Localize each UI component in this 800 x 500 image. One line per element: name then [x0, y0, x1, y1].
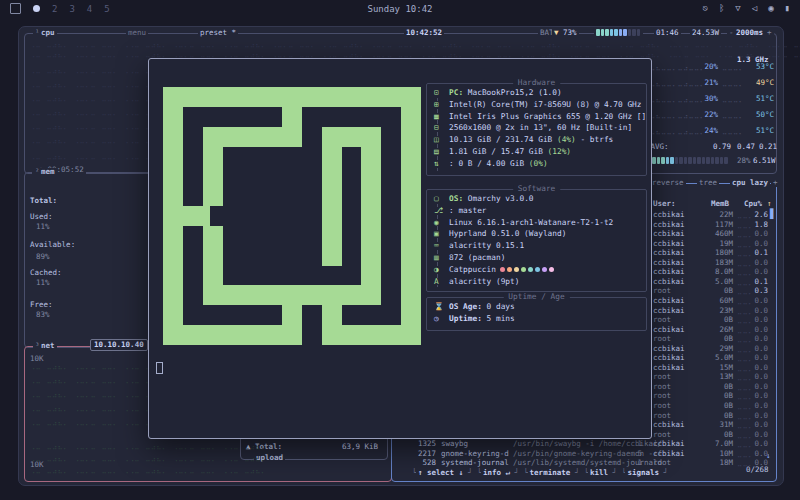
hardware-section: Hardware ⊡PC:MacBookPro15,2 (1.0)⊞Intel(… — [426, 83, 647, 176]
core-temp: 51°C — [748, 95, 774, 103]
cpu-box-title[interactable]: cpu — [39, 29, 57, 37]
footer-key-info[interactable]: info ↵ — [481, 469, 512, 477]
terminal-icon: ⌨ — [434, 242, 447, 250]
workspace-1[interactable] — [33, 5, 40, 12]
load-avg-3: 0.21 — [759, 143, 777, 151]
proc-program: swaybg — [441, 440, 468, 448]
proc-mem: 60M — [700, 297, 733, 305]
proc-user: root — [653, 431, 671, 439]
interval-value: 2000ms — [734, 29, 765, 37]
proc-cpu: 0.1 — [750, 278, 768, 286]
preset-button[interactable]: preset * — [198, 29, 238, 37]
cpu-total-watts: 6.51W — [753, 157, 776, 165]
fastfetch-value: Linux 6.16.1-arch1-Watanare-T2-1-t2 — [449, 219, 613, 227]
font-icon: A — [434, 278, 447, 286]
proc-header-mem[interactable]: MemB — [711, 200, 729, 208]
workspace-3[interactable]: 3 — [69, 4, 74, 14]
footer-key-kill[interactable]: kill — [588, 469, 610, 477]
graph-noise: ⢀⣀⠀⣀⣠⣄⡀⠀⢀⣀⡀⣀⠀⣀⣀⡀⠀⢀⢀⣀⠀⣀⣠⣄⡀ — [30, 94, 167, 102]
graph-noise: ⢀⣀⠀⣀⣠⣄⡀⠀⢀⣀⡀⣀⠀⣀⣀⡀⠀⢀⢀⣀⠀⣀⣠⣄⡀ — [30, 152, 167, 160]
proc-pid: 528 — [408, 459, 436, 467]
proc-sort-next-button[interactable]: + — [771, 179, 780, 187]
graph-noise: ⢀⣀⠀⣀⣠⣄⡀⠀⢀⣀⡀⣀⠀⣀⣀⡀⠀⢀⢀⣀⠀⣀⣠⣄⡀ — [30, 80, 167, 88]
load-avg-2: 0.47 — [737, 143, 755, 151]
workspace-4[interactable]: 4 — [87, 4, 92, 14]
battery-arrow-icon: ▼ — [552, 29, 561, 37]
proc-cpu: 0.0 — [750, 335, 768, 343]
core-percent: 21% — [694, 79, 718, 87]
proc-mem: 0B — [700, 431, 733, 439]
mem-box-title[interactable]: mem — [39, 168, 57, 176]
disk-icon: ◫ — [434, 136, 447, 144]
proc-cpu: 0.1 — [750, 249, 768, 257]
footer-key-select[interactable]: ↑ select ↓ — [416, 469, 465, 477]
battery-icon[interactable]: ▮ — [785, 3, 790, 13]
graph-noise: ⢀⣀⠀⣀⣠⣄⡀⠀⢀⣀⡀⣀⠀⣀⣀⡀⠀⢀⢀⣀⠀⣀⣠⣄⡀⠀⢀⣀⡀⣀⠀⣀⣀⡀⠀⢀⢀⣀⠀⣀… — [30, 50, 800, 58]
proc-mem: 19M — [700, 240, 733, 248]
footer-key-signals[interactable]: signals — [625, 469, 661, 477]
wm-icon: ▣ — [434, 230, 447, 238]
uptime-section: Uptime / Age ⌛OS Age:0 days◷Uptime:5 min… — [426, 297, 647, 331]
proc-user: ccbikai — [653, 249, 685, 257]
fastfetch-row: ◷Uptime:5 mins — [427, 315, 646, 327]
omarchy-logo — [163, 87, 421, 345]
graph-noise: ⢀⣀⠀⣀⣠⣄⡀⠀⢀⣀⡀⣀⠀⣀⣀⡀⠀⢀⢀⣀⠀⣀⣠⣄⡀⠀⢀⣀⡀⣀⠀⣀⣀⡀⠀⢀⢀⣀⠀⣀… — [30, 466, 272, 474]
wifi-icon[interactable]: ▽ — [735, 3, 740, 13]
interval-plus-button[interactable]: + — [765, 29, 774, 37]
logout-icon[interactable]: ⎋ — [702, 3, 707, 13]
proc-cpu: 0.0 — [750, 459, 768, 467]
system-tray: ⎋ᛒ▽◁◉▮ — [702, 3, 790, 13]
proc-mem: 26M — [700, 326, 733, 334]
core-temp: 53°C — [748, 63, 774, 71]
workspace-5[interactable]: 5 — [104, 4, 109, 14]
volume-icon[interactable]: ◁ — [752, 3, 757, 13]
fastfetch-row: ⎇: master — [427, 207, 646, 219]
proc-mem: 183M — [700, 259, 733, 267]
proc-mem: 0B — [700, 335, 733, 343]
mem-row-label: Total: — [30, 197, 57, 205]
graph-noise: ⢀⣀⠀⣀⣠⣄⡀⠀⢀⣀⡀⣀⠀⣀⣀⡀⠀⢀⢀⣀⠀⣀⣠⣄⡀ — [30, 390, 167, 398]
proc-mem: 0B — [700, 392, 733, 400]
status-bar: 2345 Sunday 10:42 ⎋ᛒ▽◁◉▮ — [0, 0, 800, 20]
proc-user: ccbikai — [653, 211, 685, 219]
battery-watts: 24.53W — [690, 29, 721, 37]
mem-row-percent: 11% — [36, 223, 50, 231]
proc-header-cpu[interactable]: Cpu% — [744, 200, 762, 208]
proc-header-user[interactable]: User: — [653, 200, 676, 208]
proc-scrollbar-thumb[interactable]: ▋ — [770, 210, 775, 219]
gpu-icon: ▦ — [434, 113, 447, 121]
fastfetch-value: alacritty 0.15.1 — [449, 242, 524, 250]
core-temp: 49°C — [748, 79, 774, 87]
display-icon: ⊟ — [434, 124, 447, 132]
fastfetch-value: 1.81 GiB / 15.47 GiB (12%) — [449, 148, 571, 156]
proc-mem: 8.0M — [700, 268, 733, 276]
fastfetch-value: alacritty (9pt) — [449, 278, 519, 286]
proc-reverse-button[interactable]: reverse — [650, 179, 686, 187]
mem-row-label: Used: — [30, 213, 53, 221]
proc-user: ccbikai — [653, 278, 685, 286]
proc-user: root — [653, 316, 671, 324]
proc-tree-button[interactable]: tree — [697, 179, 719, 187]
graph-noise: ⢀⣀⠀⣀⣠⣄⡀⠀⢀⣀⡀⣀⠀⣀⣀⡀⠀⢀⢀⣀⠀⣀⣠⣄⡀⠀⢀⣀⡀⣀⠀⣀⣀⡀⠀⢀⢀⣀⠀⣀… — [30, 442, 272, 450]
proc-cpu: 0.0 — [750, 316, 768, 324]
graph-noise: ⢀⣀⠀⣀⣠⣄⡀⠀⢀⣀⡀⣀⠀⣀⣀⡀⠀⢀⢀⣀⠀⣀⣠⣄⡀ — [30, 404, 167, 412]
footer-key-terminate[interactable]: terminate — [528, 469, 573, 477]
footer-bracket: ┘ — [662, 469, 671, 477]
omarchy-launcher-icon[interactable] — [10, 3, 21, 14]
proc-user: ccbikai — [653, 240, 685, 248]
cpu-icon: ⊞ — [434, 101, 447, 109]
net-ip-address[interactable]: 10.10.10.40 — [90, 339, 148, 351]
memory-icon: ▤ — [434, 148, 447, 156]
net-box-title[interactable]: net — [39, 342, 57, 350]
workspace-2[interactable]: 2 — [52, 4, 57, 14]
menu-button[interactable]: menu — [126, 29, 148, 37]
git-branch-icon: ⎇ — [434, 207, 447, 215]
proc-cpu: 2.6 — [750, 211, 768, 219]
proc-user: ccbikai — [653, 268, 685, 276]
graph-noise: ⢀⣀⠀⣀⣠⣄⡀⠀⢀⣀⡀⣀⠀⣀⣀⡀⠀⢀⢀⣀⠀⣀⣠⣄⡀ — [30, 362, 167, 370]
proc-sort-button[interactable]: cpu lazy — [730, 179, 770, 187]
proc-mem: 0B — [700, 412, 733, 420]
proc-scroll-position: 0/268 — [744, 466, 771, 474]
record-icon[interactable]: ◉ — [768, 3, 773, 13]
bluetooth-icon[interactable]: ᛒ — [719, 3, 724, 13]
